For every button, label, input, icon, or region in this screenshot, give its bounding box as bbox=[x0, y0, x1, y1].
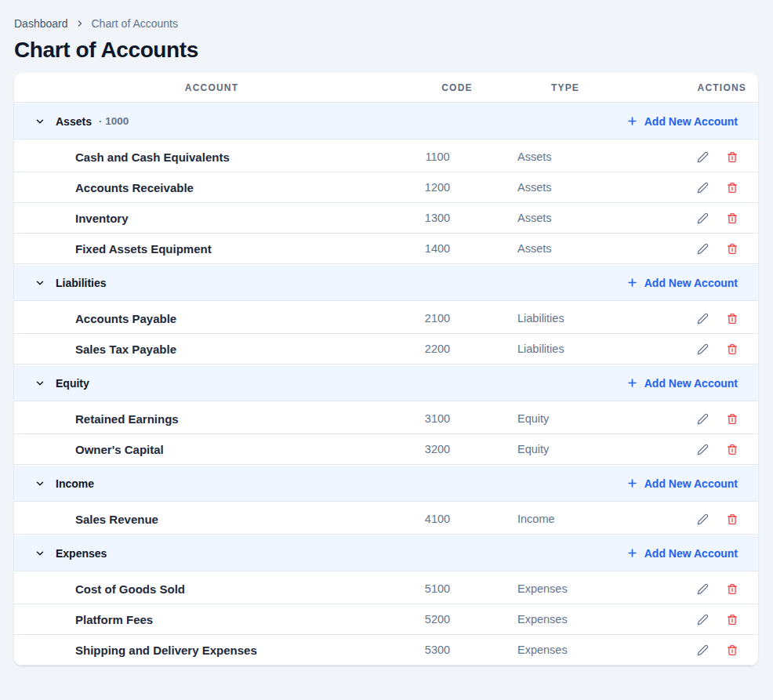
chevron-down-icon[interactable] bbox=[34, 378, 45, 389]
account-actions bbox=[625, 242, 758, 256]
edit-account-button[interactable] bbox=[696, 644, 709, 657]
delete-account-button[interactable] bbox=[726, 312, 739, 325]
table-header-row: ACCOUNT CODE TYPE ACTIONS bbox=[14, 73, 758, 103]
add-new-account-label: Add New Account bbox=[644, 115, 738, 128]
chevron-down-icon[interactable] bbox=[34, 478, 45, 489]
group-header-row[interactable]: Liabilities Add New Account bbox=[14, 265, 758, 301]
account-type: Assets bbox=[507, 151, 625, 163]
account-type: Expenses bbox=[507, 644, 625, 656]
trash-icon bbox=[727, 444, 738, 455]
account-code: 3200 bbox=[390, 443, 507, 455]
account-row: Sales Revenue 4100 Income bbox=[14, 504, 758, 535]
group-name: Expenses bbox=[56, 547, 107, 560]
delete-account-button[interactable] bbox=[726, 412, 739, 426]
account-row: Accounts Payable 2100 Liabilities bbox=[14, 303, 758, 334]
delete-account-button[interactable] bbox=[726, 181, 739, 194]
account-type: Expenses bbox=[507, 582, 625, 595]
account-type: Equity bbox=[507, 443, 625, 455]
account-type: Assets bbox=[507, 212, 625, 224]
account-code: 2100 bbox=[390, 312, 507, 325]
edit-account-button[interactable] bbox=[696, 513, 709, 526]
account-actions bbox=[625, 212, 758, 225]
pencil-icon bbox=[697, 413, 709, 425]
add-new-account-label: Add New Account bbox=[644, 547, 738, 560]
pencil-icon bbox=[697, 243, 709, 255]
delete-account-button[interactable] bbox=[726, 343, 739, 356]
account-row: Owner's Capital 3200 Equity bbox=[14, 434, 758, 465]
add-new-account-button[interactable]: Add New Account bbox=[626, 277, 738, 289]
delete-account-button[interactable] bbox=[726, 212, 739, 225]
add-new-account-label: Add New Account bbox=[644, 477, 738, 490]
account-name: Fixed Assets Equipment bbox=[14, 242, 390, 256]
account-name: Cost of Goods Sold bbox=[14, 582, 390, 596]
account-name: Cash and Cash Equivalents bbox=[14, 151, 390, 164]
chevron-down-icon[interactable] bbox=[34, 548, 45, 559]
account-name: Shipping and Delivery Expenses bbox=[14, 644, 390, 657]
delete-account-button[interactable] bbox=[726, 644, 739, 657]
chevron-down-icon[interactable] bbox=[34, 116, 45, 127]
add-new-account-button[interactable]: Add New Account bbox=[626, 115, 738, 128]
account-code: 5100 bbox=[390, 582, 507, 595]
pencil-icon bbox=[697, 583, 709, 595]
pencil-icon bbox=[697, 614, 709, 626]
add-new-account-button[interactable]: Add New Account bbox=[626, 547, 738, 560]
account-name: Retained Earnings bbox=[14, 412, 390, 426]
delete-account-button[interactable] bbox=[726, 443, 739, 456]
plus-icon bbox=[626, 115, 638, 127]
page: Dashboard Chart of Accounts Chart of Acc… bbox=[0, 0, 773, 666]
account-row: Inventory 1300 Assets bbox=[14, 203, 758, 234]
edit-account-button[interactable] bbox=[696, 212, 709, 225]
delete-account-button[interactable] bbox=[726, 582, 739, 596]
edit-account-button[interactable] bbox=[696, 343, 709, 356]
edit-account-button[interactable] bbox=[696, 443, 709, 456]
trash-icon bbox=[727, 644, 738, 656]
trash-icon bbox=[727, 243, 738, 255]
edit-account-button[interactable] bbox=[696, 242, 709, 256]
group-code: · 1000 bbox=[99, 115, 129, 127]
trash-icon bbox=[727, 343, 738, 355]
group-name: Assets bbox=[56, 115, 92, 128]
group-header-row[interactable]: Assets · 1000 Add New Account bbox=[14, 103, 758, 140]
trash-icon bbox=[727, 212, 738, 224]
edit-account-button[interactable] bbox=[696, 582, 709, 596]
edit-account-button[interactable] bbox=[696, 312, 709, 325]
column-header-account: ACCOUNT bbox=[185, 82, 238, 93]
chevron-down-icon[interactable] bbox=[34, 277, 45, 288]
delete-account-button[interactable] bbox=[726, 151, 739, 164]
pencil-icon bbox=[697, 212, 709, 224]
delete-account-button[interactable] bbox=[726, 242, 739, 256]
account-type: Equity bbox=[507, 412, 625, 425]
trash-icon bbox=[727, 413, 738, 425]
account-type: Assets bbox=[507, 242, 625, 255]
group-header-row[interactable]: Equity Add New Account bbox=[14, 365, 758, 401]
delete-account-button[interactable] bbox=[726, 613, 739, 626]
plus-icon bbox=[626, 477, 638, 489]
account-type: Income bbox=[507, 513, 625, 525]
account-row: Fixed Assets Equipment 1400 Assets bbox=[14, 234, 758, 264]
account-name: Accounts Payable bbox=[14, 312, 390, 325]
plus-icon bbox=[626, 277, 638, 288]
pencil-icon bbox=[697, 444, 709, 455]
group-header-row[interactable]: Expenses Add New Account bbox=[14, 535, 758, 571]
edit-account-button[interactable] bbox=[696, 151, 709, 164]
breadcrumb-dashboard-link[interactable]: Dashboard bbox=[14, 17, 68, 30]
chevron-right-icon bbox=[75, 19, 85, 28]
account-actions bbox=[625, 312, 758, 325]
account-name: Sales Revenue bbox=[14, 513, 390, 526]
account-actions bbox=[625, 513, 758, 526]
account-code: 1100 bbox=[390, 151, 507, 163]
add-new-account-label: Add New Account bbox=[644, 377, 738, 390]
edit-account-button[interactable] bbox=[696, 412, 709, 426]
account-row: Cost of Goods Sold 5100 Expenses bbox=[14, 574, 758, 604]
group-header-row[interactable]: Income Add New Account bbox=[14, 466, 758, 502]
plus-icon bbox=[626, 377, 638, 389]
delete-account-button[interactable] bbox=[726, 513, 739, 526]
add-new-account-button[interactable]: Add New Account bbox=[626, 477, 738, 490]
add-new-account-button[interactable]: Add New Account bbox=[626, 377, 738, 390]
column-header-actions: ACTIONS bbox=[698, 82, 746, 93]
account-code: 2200 bbox=[390, 343, 507, 355]
edit-account-button[interactable] bbox=[696, 613, 709, 626]
edit-account-button[interactable] bbox=[696, 181, 709, 194]
account-actions bbox=[625, 644, 758, 657]
group-name: Income bbox=[56, 477, 94, 490]
